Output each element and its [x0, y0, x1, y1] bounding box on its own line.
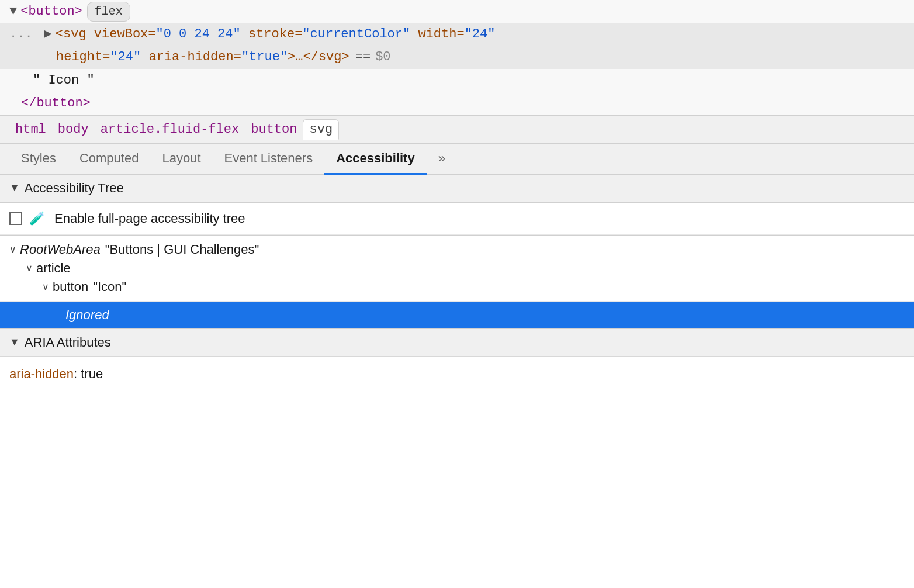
root-web-area-row[interactable]: ∨ RootWebArea "Buttons | GUI Challenges" [9, 240, 905, 259]
accessibility-tree-nodes: ∨ RootWebArea "Buttons | GUI Challenges"… [0, 236, 914, 302]
equals-sign: == [355, 47, 371, 67]
aria-hidden-attr: aria-hidden: true [9, 363, 905, 385]
tab-accessibility[interactable]: Accessibility [324, 144, 427, 175]
html-source-panel: ▼ <button> flex ... ▶ <svg viewBox="0 0 … [0, 0, 914, 115]
enable-full-page-row[interactable]: 🧪 Enable full-page accessibility tree [0, 203, 914, 235]
ignored-row[interactable]: Ignored [0, 302, 914, 328]
aria-colon: : [74, 366, 81, 381]
aria-header-label: ARIA Attributes [25, 335, 111, 350]
root-node-label: RootWebArea [20, 242, 101, 257]
html-line-svg-attrs: height="24" aria-hidden="true">…</svg> =… [0, 46, 914, 68]
icon-text-node: " Icon " [33, 70, 95, 91]
dollar-zero: $0 [375, 47, 390, 67]
button-node-label: button [53, 279, 88, 295]
html-line-button-open[interactable]: ▼ <button> flex [0, 0, 914, 23]
html-line-svg[interactable]: ... ▶ <svg viewBox="0 0 24 24" stroke="c… [0, 23, 914, 46]
ignored-label: Ignored [65, 307, 109, 322]
tab-event-listeners[interactable]: Event Listeners [213, 144, 325, 175]
svg-tag: <svg viewBox="0 0 24 24" stroke="current… [56, 24, 496, 44]
html-line-icon-text: " Icon " [0, 69, 914, 92]
tag-button-open: <button> [20, 1, 82, 22]
section-header-label: Accessibility Tree [25, 181, 124, 196]
enable-label: Enable full-page accessibility tree [54, 211, 245, 226]
breadcrumb-bar: html body article.fluid-flex button svg [0, 116, 914, 144]
svg-height-attr: height="24" aria-hidden="true">…</svg> [56, 47, 349, 67]
tab-more[interactable]: » [427, 144, 457, 175]
main-panel: ▼ Accessibility Tree 🧪 Enable full-page … [0, 175, 914, 391]
tabs-bar: Styles Computed Layout Event Listeners A… [0, 144, 914, 175]
tab-layout[interactable]: Layout [150, 144, 212, 175]
html-line-button-close[interactable]: </button> [0, 92, 914, 115]
breadcrumb-svg[interactable]: svg [303, 119, 339, 140]
breadcrumb-article[interactable]: article.fluid-flex [95, 120, 245, 139]
button-node-value: "Icon" [93, 279, 126, 295]
article-row[interactable]: ∨ article [9, 259, 905, 278]
tab-computed[interactable]: Computed [68, 144, 151, 175]
breadcrumb-button[interactable]: button [245, 120, 303, 139]
aria-attr-name: aria-hidden [9, 366, 74, 381]
root-node-value: "Buttons | GUI Challenges" [105, 242, 259, 257]
button-row[interactable]: ∨ button "Icon" [9, 278, 905, 296]
dots: ... [9, 24, 33, 44]
tab-styles[interactable]: Styles [9, 144, 68, 175]
article-chevron[interactable]: ∨ [26, 262, 33, 274]
breadcrumb-body[interactable]: body [52, 120, 95, 139]
root-chevron[interactable]: ∨ [9, 244, 16, 255]
flex-badge: flex [87, 2, 130, 22]
button-chevron[interactable]: ∨ [42, 281, 49, 292]
aria-arrow[interactable]: ▼ [9, 336, 20, 348]
accessibility-tree-header[interactable]: ▼ Accessibility Tree [0, 175, 914, 202]
tag-button-close: </button> [21, 93, 91, 113]
enable-checkbox[interactable] [9, 212, 22, 225]
svg-expand-arrow[interactable]: ▶ [44, 24, 52, 44]
article-node-label: article [36, 261, 71, 276]
section-arrow[interactable]: ▼ [9, 182, 20, 194]
aria-attr-value: true [81, 366, 103, 381]
breadcrumb-html[interactable]: html [9, 120, 52, 139]
expand-arrow[interactable]: ▼ [9, 1, 17, 22]
flask-icon: 🧪 [29, 211, 45, 226]
aria-attributes-section: aria-hidden: true [0, 357, 914, 391]
aria-attributes-header[interactable]: ▼ ARIA Attributes [0, 329, 914, 357]
